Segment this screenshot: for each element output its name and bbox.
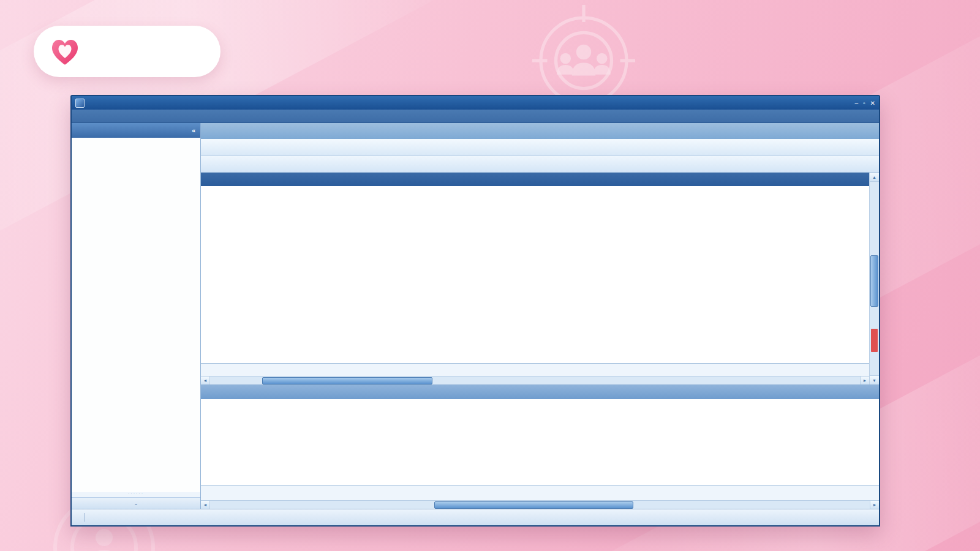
payment-hscrollbar[interactable]: ◄ ►	[201, 500, 879, 509]
menu-bar	[72, 110, 879, 123]
status-bar	[72, 509, 879, 525]
sidebar: « ······ ⌄	[72, 123, 201, 509]
detail-panel: ◄ ►	[201, 385, 879, 509]
heart-icon	[47, 34, 83, 69]
grid-vscrollbar[interactable]: ▲ ▼	[869, 173, 879, 384]
vscroll-thumb[interactable]	[870, 255, 878, 307]
grid-rows	[201, 212, 869, 363]
scroll-left-icon[interactable]: ◄	[201, 377, 210, 384]
brand-logo	[34, 26, 221, 77]
status-separator	[84, 513, 85, 522]
group-by-bar[interactable]	[201, 173, 869, 186]
product-grid: ◄ ►	[201, 173, 869, 384]
document-tab-bar	[201, 123, 879, 139]
scroll-right-icon[interactable]: ►	[870, 501, 879, 509]
grid-header-row	[201, 186, 869, 202]
grid-filter-row[interactable]	[201, 202, 869, 212]
sidebar-header: «	[72, 123, 200, 138]
hscroll-thumb[interactable]	[434, 501, 633, 509]
scroll-down-icon[interactable]: ▼	[870, 375, 879, 384]
title-bar: – ▫ ✕	[72, 96, 879, 110]
payment-spacer	[201, 413, 879, 485]
main-area: ◄ ► ▲ ▼ ◄	[201, 123, 879, 509]
hscroll-thumb[interactable]	[262, 377, 432, 384]
grid-footer-row	[201, 363, 869, 376]
action-toolbar	[201, 156, 879, 173]
collapse-sidebar-icon[interactable]: «	[192, 127, 195, 134]
scroll-up-icon[interactable]: ▲	[870, 173, 879, 182]
scroll-left-icon[interactable]: ◄	[201, 501, 210, 509]
sidebar-task-panel	[72, 138, 200, 492]
scroll-right-icon[interactable]: ►	[860, 377, 869, 384]
vscroll-marker	[871, 329, 878, 352]
detail-tab-bar	[201, 385, 879, 399]
payment-header-row	[201, 399, 879, 413]
grid-hscrollbar[interactable]: ◄ ►	[201, 376, 869, 384]
app-icon	[75, 99, 85, 108]
filter-toolbar	[201, 139, 879, 156]
maximize-button[interactable]: ▫	[863, 100, 865, 107]
close-button[interactable]: ✕	[870, 100, 875, 107]
app-window: – ▫ ✕ « ······ ⌄	[70, 95, 880, 527]
sidebar-collapse-footer[interactable]: ⌄	[72, 497, 200, 509]
nav-grip: ······	[72, 492, 200, 497]
payment-footer-row	[201, 485, 879, 500]
minimize-button[interactable]: –	[855, 100, 859, 107]
